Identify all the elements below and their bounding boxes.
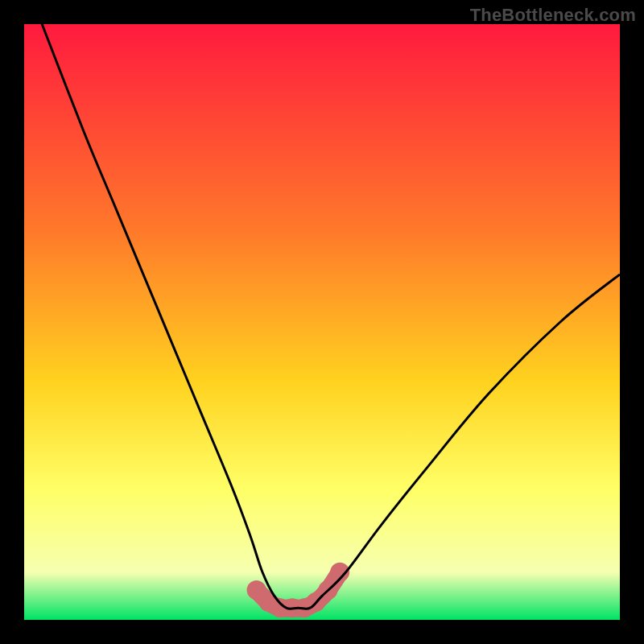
chart-frame: TheBottleneck.com [0, 0, 644, 644]
watermark-label: TheBottleneck.com [470, 5, 636, 26]
plot-svg [24, 24, 620, 620]
gradient-background [24, 24, 620, 620]
plot-area [24, 24, 620, 620]
